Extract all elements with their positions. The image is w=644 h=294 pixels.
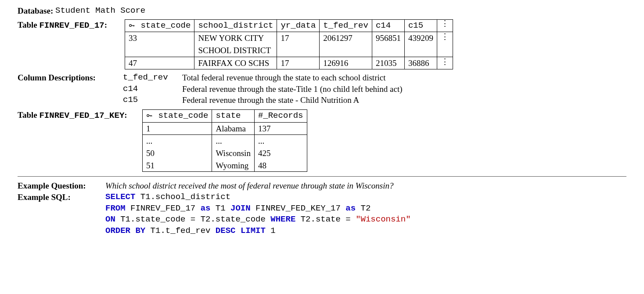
col-header: state_code bbox=[140, 21, 191, 30]
table2-block: Table FINREV_FED_17_KEY: state_code stat… bbox=[18, 109, 626, 172]
sql-keyword: SELECT bbox=[105, 192, 135, 202]
cell: NEW YORK CITY bbox=[194, 32, 277, 44]
table2-suffix: : bbox=[124, 110, 127, 120]
sql-id: T1.school_district bbox=[135, 192, 230, 202]
col-state-code: state_code bbox=[143, 110, 212, 123]
more-columns-icon: ⋮ bbox=[437, 19, 453, 32]
column-descriptions-label: Column Descriptions: bbox=[18, 72, 123, 83]
col-header: #_Records bbox=[254, 110, 307, 123]
sql-keyword: JOIN bbox=[230, 203, 251, 213]
table2-row: 50 Wisconsin 425 bbox=[143, 147, 307, 160]
cell: Wyoming bbox=[212, 160, 254, 172]
cell: 1 bbox=[143, 122, 212, 135]
cell: 48 bbox=[254, 160, 307, 172]
col-header: t_fed_rev bbox=[320, 19, 372, 32]
sql-keyword: ON bbox=[105, 214, 115, 224]
col-desc-text: Federal revenue through the state - Chil… bbox=[182, 94, 359, 106]
column-description: c14 Federal revenue through the state-Ti… bbox=[123, 83, 403, 95]
table1-row: 47 FAIRFAX CO SCHS 17 126916 21035 36886… bbox=[125, 57, 453, 69]
table1-label: Table FINREV_FED_17: bbox=[18, 19, 123, 32]
cell: Alabama bbox=[212, 122, 254, 135]
table2-row-ellipsis: ... ... ... bbox=[143, 135, 307, 147]
col-name: t_fed_rev bbox=[123, 72, 182, 83]
cell: 36886 bbox=[404, 57, 437, 69]
more-cells-icon: ⋮ bbox=[437, 57, 453, 69]
sql-line: SELECT T1.school_district bbox=[105, 192, 411, 203]
col-header: school_district bbox=[194, 19, 277, 32]
col-name: c15 bbox=[123, 94, 182, 106]
more-cells-icon: ⋮ bbox=[437, 32, 453, 57]
col-name: c14 bbox=[123, 83, 182, 95]
example-sql-block: Example SQL: SELECT T1.school_district F… bbox=[18, 192, 626, 237]
cell: FAIRFAX CO SCHS bbox=[194, 57, 277, 69]
cell: ... bbox=[143, 135, 212, 147]
cell: 33 bbox=[125, 32, 194, 57]
sql-string: "Wisconsin" bbox=[356, 214, 410, 224]
table1-header-row: state_code school_district yr_data t_fed… bbox=[125, 19, 453, 32]
table1-name: FINREV_FED_17 bbox=[39, 21, 104, 30]
sql-keyword: LIMIT bbox=[241, 226, 266, 236]
column-description: c15 Federal revenue through the state - … bbox=[123, 94, 403, 106]
cell: 17 bbox=[277, 57, 320, 69]
sql-id: 1 bbox=[266, 226, 276, 236]
column-descriptions-list: t_fed_rev Total federal revenue through … bbox=[123, 72, 403, 106]
cell: 126916 bbox=[320, 57, 372, 69]
key-icon bbox=[129, 22, 136, 29]
database-name: Student Math Score bbox=[55, 5, 145, 17]
col-header: yr_data bbox=[277, 19, 320, 32]
cell: 2061297 bbox=[320, 32, 372, 57]
cell: 17 bbox=[277, 32, 320, 57]
col-header: c15 bbox=[404, 19, 437, 32]
cell: 50 bbox=[143, 147, 212, 160]
svg-point-0 bbox=[130, 24, 132, 26]
cell: 425 bbox=[254, 147, 307, 160]
table1-suffix: : bbox=[104, 20, 107, 29]
table1-row: 33 NEW YORK CITY 17 2061297 956851 43920… bbox=[125, 32, 453, 44]
sql-id: T1.state_code = T2.state_code bbox=[115, 214, 270, 224]
table2-row: 1 Alabama 137 bbox=[143, 122, 307, 135]
database-line: Database: Student Math Score bbox=[18, 5, 626, 17]
table1: state_code school_district yr_data t_fed… bbox=[125, 19, 453, 70]
separator bbox=[18, 176, 626, 177]
table2: state_code state #_Records 1 Alabama 137… bbox=[142, 109, 307, 172]
sql-line: FROM FINREV_FED_17 as T1 JOIN FINREV_FED… bbox=[105, 203, 411, 214]
table1-block: Table FINREV_FED_17: state_code school_d… bbox=[18, 19, 626, 70]
table-prefix: Table bbox=[18, 20, 39, 29]
example-question: Which school district received the most … bbox=[105, 180, 393, 192]
col-header: state_code bbox=[158, 111, 208, 120]
example-question-line: Example Question: Which school district … bbox=[18, 180, 626, 192]
example-sql-label: Example SQL: bbox=[18, 192, 105, 203]
cell: 956851 bbox=[372, 32, 404, 57]
col-header: c14 bbox=[372, 19, 404, 32]
svg-point-4 bbox=[147, 115, 149, 117]
table-prefix: Table bbox=[18, 110, 39, 120]
sql-keyword: WHERE bbox=[270, 214, 295, 224]
cell: 47 bbox=[125, 57, 194, 69]
col-header: state bbox=[212, 110, 254, 123]
table2-header-row: state_code state #_Records bbox=[143, 110, 307, 123]
sql-id: FINREV_FED_KEY_17 bbox=[251, 203, 346, 213]
cell: ... bbox=[212, 135, 254, 147]
cell: 51 bbox=[143, 160, 212, 172]
cell: Wisconsin bbox=[212, 147, 254, 160]
sql-line: ON T1.state_code = T2.state_code WHERE T… bbox=[105, 214, 411, 225]
sql-id: T1.t_fed_rev bbox=[145, 226, 216, 236]
sql-keyword: as bbox=[201, 203, 211, 213]
cell: 439209 bbox=[404, 32, 437, 57]
sql-keyword: as bbox=[345, 203, 356, 213]
sql-id: FINREV_FED_17 bbox=[126, 203, 201, 213]
sql-keyword: FROM bbox=[105, 203, 126, 213]
table2-name: FINREV_FED_17_KEY bbox=[39, 111, 124, 120]
key-icon bbox=[146, 113, 153, 119]
cell: 137 bbox=[254, 122, 307, 135]
table2-label: Table FINREV_FED_17_KEY: bbox=[18, 109, 140, 122]
column-description: t_fed_rev Total federal revenue through … bbox=[123, 72, 403, 83]
col-desc-text: Total federal revenue through the state … bbox=[182, 72, 385, 83]
col-state-code: state_code bbox=[125, 19, 194, 32]
example-sql-code: SELECT T1.school_district FROM FINREV_FE… bbox=[105, 192, 411, 237]
col-desc-text: Federal revenue through the state-Title … bbox=[182, 83, 403, 95]
cell: SCHOOL DISTRICT bbox=[194, 44, 277, 57]
sql-keyword: ORDER BY bbox=[105, 226, 145, 236]
sql-keyword: DESC bbox=[216, 226, 236, 236]
sql-space bbox=[235, 226, 240, 236]
